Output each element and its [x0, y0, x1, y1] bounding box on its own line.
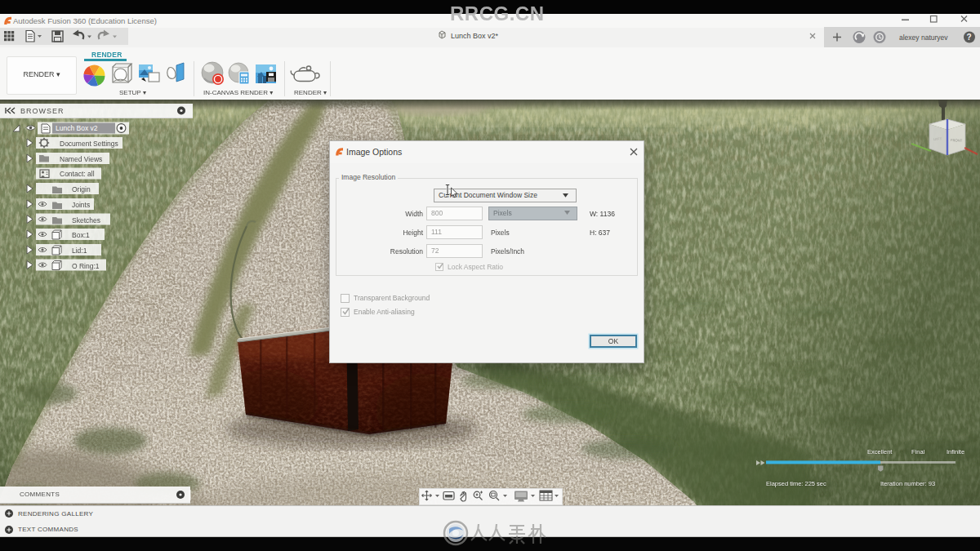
svg-text:BROWSER: BROWSER [20, 107, 65, 115]
svg-text:Sketches: Sketches [72, 216, 100, 224]
svg-text:Lid:1: Lid:1 [72, 247, 87, 255]
svg-text:FRONT: FRONT [951, 138, 963, 143]
svg-text:Document Settings: Document Settings [60, 140, 118, 148]
svg-text:LEFT: LEFT [933, 137, 942, 142]
svg-text:Origin: Origin [72, 185, 91, 193]
svg-text:Named Views: Named Views [60, 155, 102, 163]
svg-text:?: ? [967, 33, 972, 42]
svg-text:Lunch Box v2: Lunch Box v2 [56, 124, 98, 132]
svg-text:Lunch Box v2*: Lunch Box v2* [451, 32, 499, 40]
svg-text:Box:1: Box:1 [72, 231, 90, 239]
svg-text:Joints: Joints [72, 201, 90, 209]
svg-text:Contact: all: Contact: all [60, 170, 95, 178]
svg-text:alexey naturyev: alexey naturyev [899, 33, 948, 42]
svg-text:O Ring:1: O Ring:1 [72, 262, 100, 270]
